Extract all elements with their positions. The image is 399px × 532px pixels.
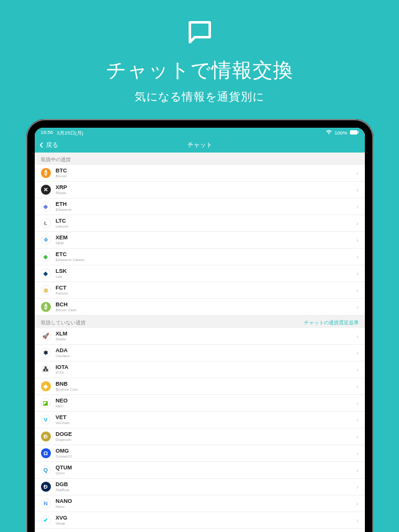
coin-row[interactable]: ◈ETCEthereum Classic›: [35, 249, 365, 265]
promo-subtitle: 気になる情報を通貨別に: [135, 89, 264, 104]
coin-info: BCHBitcoin Cash: [56, 302, 352, 312]
coin-row[interactable]: NNANONano›: [35, 495, 365, 512]
coin-name: DigiByte: [56, 488, 352, 492]
coin-row[interactable]: ΩOMGOmiseGO›: [35, 445, 365, 462]
coin-symbol: XRP: [56, 185, 352, 191]
coin-icon: V: [41, 415, 51, 425]
coin-name: Qtum: [56, 471, 352, 476]
status-battery: 100%: [334, 130, 347, 136]
coin-info: XEMNEM: [56, 235, 352, 245]
coin-symbol: VET: [56, 415, 352, 421]
coin-icon: ◆: [41, 381, 51, 391]
chevron-right-icon: ›: [356, 203, 358, 210]
section-header: 取扱中の通貨: [35, 153, 365, 165]
status-date: 3月25日(月): [57, 130, 84, 136]
back-button[interactable]: 戻る: [35, 141, 58, 149]
coin-row[interactable]: ŁLTCLitecoin›: [35, 215, 365, 232]
coin-symbol: BTC: [56, 168, 352, 174]
coin-name: Verge: [56, 521, 352, 526]
coin-row[interactable]: ◆LSKLisk›: [35, 265, 365, 282]
coin-row[interactable]: ₿BTCBitcoin›: [35, 165, 365, 182]
svg-rect-1: [357, 131, 359, 133]
coin-row[interactable]: ◪NEONEO›: [35, 395, 365, 412]
chevron-right-icon: ›: [356, 187, 358, 193]
coin-name: VeChain: [56, 421, 352, 425]
coin-symbol: ETC: [56, 252, 352, 258]
coin-symbol: OMG: [56, 448, 352, 454]
coin-name: NEO: [56, 404, 352, 409]
tablet-frame: 18:56 3月25日(月) 100% 戻る チャット 取扱中の通貨₿BTCBi…: [26, 119, 374, 532]
coin-row[interactable]: ✕XRPRipple›: [35, 182, 365, 198]
coin-name: Factom: [56, 291, 352, 296]
coin-row[interactable]: ❖XEMNEM›: [35, 232, 365, 249]
coin-name: Bitcoin: [56, 174, 352, 179]
coin-info: XVGVerge: [56, 515, 352, 525]
coin-row[interactable]: ₿BCHBitcoin Cash›: [35, 299, 365, 316]
coin-row[interactable]: ÐDGBDigiByte›: [35, 479, 365, 495]
coin-icon: ◉: [41, 285, 51, 295]
coin-row[interactable]: ÐDOGEDogecoin›: [35, 428, 365, 445]
coin-row[interactable]: ⁂IOTAIOTA›: [35, 361, 365, 378]
back-label: 戻る: [46, 141, 58, 149]
chevron-right-icon: ›: [356, 254, 358, 260]
coin-row[interactable]: 🚀XLMStellar›: [35, 328, 365, 345]
section-header-link[interactable]: チャットの通貨選定基準: [304, 319, 359, 326]
chat-list[interactable]: 取扱中の通貨₿BTCBitcoin›✕XRPRipple›◆ETHEthereu…: [35, 153, 365, 532]
coin-row[interactable]: ◆BNBBinance Coin›: [35, 378, 365, 395]
coin-info: LSKLisk: [56, 268, 352, 278]
coin-info: DGBDigiByte: [56, 482, 352, 492]
coin-info: NANONano: [56, 499, 352, 508]
coin-info: XRPRipple: [56, 185, 352, 195]
coin-icon: 🚀: [41, 331, 51, 341]
coin-symbol: XLM: [56, 331, 352, 337]
coin-info: VETVeChain: [56, 415, 352, 425]
coin-row[interactable]: ✔XVGVerge›: [35, 512, 365, 529]
coin-name: Lisk: [56, 275, 352, 279]
coin-info: ETHEthereum: [56, 202, 352, 211]
battery-icon: [350, 130, 359, 136]
coin-icon: ◈: [41, 252, 51, 262]
chevron-right-icon: ›: [356, 517, 358, 524]
chevron-right-icon: ›: [356, 484, 358, 490]
section-header-label: 取扱中の通貨: [41, 156, 71, 163]
coin-symbol: XVG: [56, 515, 352, 521]
promo-title: チャットで情報交換: [106, 57, 294, 84]
svg-rect-0: [350, 130, 357, 135]
coin-info: XLMStellar: [56, 331, 352, 341]
coin-symbol: BCH: [56, 302, 352, 308]
chevron-right-icon: ›: [356, 220, 358, 227]
coin-info: ADACardano: [56, 348, 352, 358]
wifi-icon: [326, 130, 332, 136]
coin-icon: ◪: [41, 398, 51, 408]
coin-name: Nano: [56, 505, 352, 509]
coin-name: OmiseGO: [56, 454, 352, 459]
coin-info: BTCBitcoin: [56, 168, 352, 178]
coin-icon: N: [41, 499, 51, 508]
coin-name: Stellar: [56, 337, 352, 342]
chevron-right-icon: ›: [356, 366, 358, 373]
chevron-right-icon: ›: [356, 383, 358, 390]
coin-row[interactable]: ◆ETHEthereum›: [35, 198, 365, 215]
coin-info: OMGOmiseGO: [56, 448, 352, 458]
coin-symbol: BNB: [56, 381, 352, 388]
coin-icon: ₿: [41, 302, 51, 312]
coin-row[interactable]: SSCSiacoin›: [35, 529, 365, 532]
coin-row[interactable]: ◉FCTFactom›: [35, 282, 365, 299]
coin-icon: ✔: [41, 515, 51, 525]
chevron-right-icon: ›: [356, 450, 358, 457]
coin-row[interactable]: VVETVeChain›: [35, 412, 365, 428]
coin-icon: ⁂: [41, 365, 51, 375]
section-header-label: 取扱していない通貨: [41, 319, 86, 326]
coin-info: IOTAIOTA: [56, 365, 352, 375]
coin-info: BNBBinance Coin: [56, 381, 352, 391]
coin-icon: Q: [41, 465, 51, 475]
coin-info: FCTFactom: [56, 285, 352, 295]
coin-row[interactable]: ✱ADACardano›: [35, 345, 365, 361]
status-time: 18:56: [41, 130, 53, 136]
coin-symbol: LSK: [56, 268, 352, 275]
coin-symbol: ETH: [56, 202, 352, 208]
coin-info: LTCLitecoin: [56, 218, 352, 228]
section-header: 取扱していない通貨チャットの通貨選定基準: [35, 316, 365, 328]
coin-row[interactable]: QQTUMQtum›: [35, 462, 365, 479]
coin-name: Binance Coin: [56, 388, 352, 392]
